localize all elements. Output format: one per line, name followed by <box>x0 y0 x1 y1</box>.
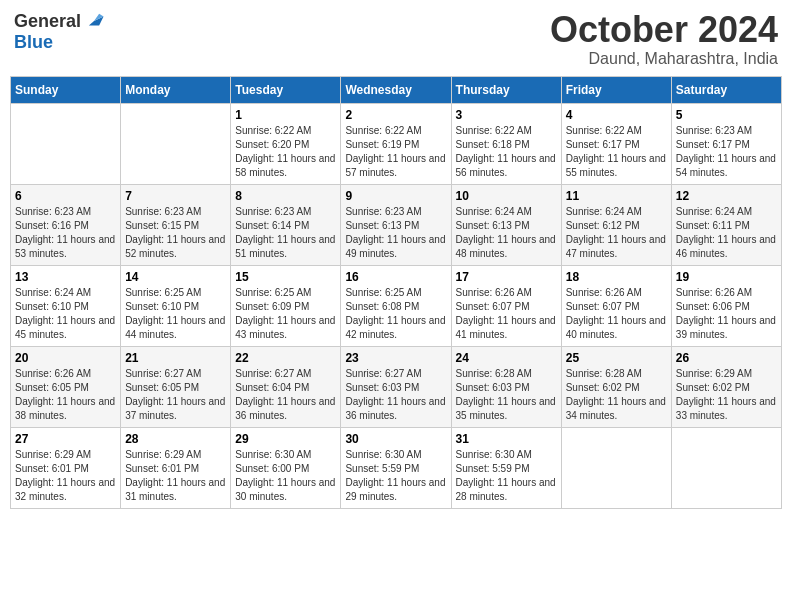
calendar-cell: 3Sunrise: 6:22 AMSunset: 6:18 PMDaylight… <box>451 103 561 184</box>
calendar-cell: 16Sunrise: 6:25 AMSunset: 6:08 PMDayligh… <box>341 265 451 346</box>
weekday-header-wednesday: Wednesday <box>341 76 451 103</box>
week-row-2: 6Sunrise: 6:23 AMSunset: 6:16 PMDaylight… <box>11 184 782 265</box>
day-info: Sunrise: 6:30 AMSunset: 5:59 PMDaylight:… <box>345 448 446 504</box>
day-number: 21 <box>125 351 226 365</box>
day-info: Sunrise: 6:23 AMSunset: 6:15 PMDaylight:… <box>125 205 226 261</box>
calendar-cell: 25Sunrise: 6:28 AMSunset: 6:02 PMDayligh… <box>561 346 671 427</box>
logo-blue-text: Blue <box>14 32 53 52</box>
calendar-cell: 17Sunrise: 6:26 AMSunset: 6:07 PMDayligh… <box>451 265 561 346</box>
day-number: 12 <box>676 189 777 203</box>
day-number: 23 <box>345 351 446 365</box>
weekday-header-monday: Monday <box>121 76 231 103</box>
day-info: Sunrise: 6:28 AMSunset: 6:03 PMDaylight:… <box>456 367 557 423</box>
day-info: Sunrise: 6:29 AMSunset: 6:02 PMDaylight:… <box>676 367 777 423</box>
day-number: 9 <box>345 189 446 203</box>
calendar-cell <box>11 103 121 184</box>
day-number: 1 <box>235 108 336 122</box>
day-info: Sunrise: 6:29 AMSunset: 6:01 PMDaylight:… <box>125 448 226 504</box>
day-number: 4 <box>566 108 667 122</box>
day-info: Sunrise: 6:26 AMSunset: 6:07 PMDaylight:… <box>566 286 667 342</box>
day-number: 8 <box>235 189 336 203</box>
calendar-cell <box>671 427 781 508</box>
day-info: Sunrise: 6:25 AMSunset: 6:09 PMDaylight:… <box>235 286 336 342</box>
day-info: Sunrise: 6:22 AMSunset: 6:19 PMDaylight:… <box>345 124 446 180</box>
day-number: 10 <box>456 189 557 203</box>
day-number: 17 <box>456 270 557 284</box>
weekday-header-tuesday: Tuesday <box>231 76 341 103</box>
logo: General Blue <box>14 10 105 53</box>
day-number: 31 <box>456 432 557 446</box>
day-number: 29 <box>235 432 336 446</box>
week-row-3: 13Sunrise: 6:24 AMSunset: 6:10 PMDayligh… <box>11 265 782 346</box>
calendar-cell: 10Sunrise: 6:24 AMSunset: 6:13 PMDayligh… <box>451 184 561 265</box>
day-number: 19 <box>676 270 777 284</box>
calendar-cell: 21Sunrise: 6:27 AMSunset: 6:05 PMDayligh… <box>121 346 231 427</box>
day-number: 11 <box>566 189 667 203</box>
day-info: Sunrise: 6:23 AMSunset: 6:16 PMDaylight:… <box>15 205 116 261</box>
title-section: October 2024 Daund, Maharashtra, India <box>550 10 778 68</box>
day-number: 13 <box>15 270 116 284</box>
day-info: Sunrise: 6:22 AMSunset: 6:18 PMDaylight:… <box>456 124 557 180</box>
weekday-header-saturday: Saturday <box>671 76 781 103</box>
day-number: 20 <box>15 351 116 365</box>
calendar-cell: 18Sunrise: 6:26 AMSunset: 6:07 PMDayligh… <box>561 265 671 346</box>
day-info: Sunrise: 6:25 AMSunset: 6:08 PMDaylight:… <box>345 286 446 342</box>
day-number: 7 <box>125 189 226 203</box>
calendar-cell: 23Sunrise: 6:27 AMSunset: 6:03 PMDayligh… <box>341 346 451 427</box>
day-number: 26 <box>676 351 777 365</box>
month-year-title: October 2024 <box>550 10 778 50</box>
week-row-1: 1Sunrise: 6:22 AMSunset: 6:20 PMDaylight… <box>11 103 782 184</box>
day-number: 6 <box>15 189 116 203</box>
day-info: Sunrise: 6:22 AMSunset: 6:17 PMDaylight:… <box>566 124 667 180</box>
day-number: 2 <box>345 108 446 122</box>
day-number: 25 <box>566 351 667 365</box>
day-info: Sunrise: 6:24 AMSunset: 6:11 PMDaylight:… <box>676 205 777 261</box>
logo-general-text: General <box>14 11 81 32</box>
calendar-cell: 31Sunrise: 6:30 AMSunset: 5:59 PMDayligh… <box>451 427 561 508</box>
day-info: Sunrise: 6:29 AMSunset: 6:01 PMDaylight:… <box>15 448 116 504</box>
calendar-cell: 12Sunrise: 6:24 AMSunset: 6:11 PMDayligh… <box>671 184 781 265</box>
calendar-cell: 1Sunrise: 6:22 AMSunset: 6:20 PMDaylight… <box>231 103 341 184</box>
location-title: Daund, Maharashtra, India <box>550 50 778 68</box>
day-info: Sunrise: 6:30 AMSunset: 5:59 PMDaylight:… <box>456 448 557 504</box>
day-number: 30 <box>345 432 446 446</box>
calendar-cell: 7Sunrise: 6:23 AMSunset: 6:15 PMDaylight… <box>121 184 231 265</box>
calendar-cell: 9Sunrise: 6:23 AMSunset: 6:13 PMDaylight… <box>341 184 451 265</box>
weekday-header-row: SundayMondayTuesdayWednesdayThursdayFrid… <box>11 76 782 103</box>
calendar: SundayMondayTuesdayWednesdayThursdayFrid… <box>10 76 782 509</box>
day-number: 16 <box>345 270 446 284</box>
calendar-cell: 29Sunrise: 6:30 AMSunset: 6:00 PMDayligh… <box>231 427 341 508</box>
weekday-header-thursday: Thursday <box>451 76 561 103</box>
calendar-cell: 8Sunrise: 6:23 AMSunset: 6:14 PMDaylight… <box>231 184 341 265</box>
calendar-cell: 26Sunrise: 6:29 AMSunset: 6:02 PMDayligh… <box>671 346 781 427</box>
calendar-cell: 13Sunrise: 6:24 AMSunset: 6:10 PMDayligh… <box>11 265 121 346</box>
calendar-cell: 4Sunrise: 6:22 AMSunset: 6:17 PMDaylight… <box>561 103 671 184</box>
header: General Blue October 2024 Daund, Maharas… <box>10 10 782 68</box>
day-info: Sunrise: 6:26 AMSunset: 6:06 PMDaylight:… <box>676 286 777 342</box>
weekday-header-sunday: Sunday <box>11 76 121 103</box>
calendar-cell: 11Sunrise: 6:24 AMSunset: 6:12 PMDayligh… <box>561 184 671 265</box>
logo-icon <box>83 10 105 32</box>
week-row-4: 20Sunrise: 6:26 AMSunset: 6:05 PMDayligh… <box>11 346 782 427</box>
day-info: Sunrise: 6:24 AMSunset: 6:13 PMDaylight:… <box>456 205 557 261</box>
day-number: 3 <box>456 108 557 122</box>
day-info: Sunrise: 6:30 AMSunset: 6:00 PMDaylight:… <box>235 448 336 504</box>
day-number: 15 <box>235 270 336 284</box>
day-info: Sunrise: 6:26 AMSunset: 6:07 PMDaylight:… <box>456 286 557 342</box>
day-info: Sunrise: 6:28 AMSunset: 6:02 PMDaylight:… <box>566 367 667 423</box>
day-info: Sunrise: 6:27 AMSunset: 6:04 PMDaylight:… <box>235 367 336 423</box>
calendar-cell: 6Sunrise: 6:23 AMSunset: 6:16 PMDaylight… <box>11 184 121 265</box>
calendar-cell: 5Sunrise: 6:23 AMSunset: 6:17 PMDaylight… <box>671 103 781 184</box>
calendar-cell: 19Sunrise: 6:26 AMSunset: 6:06 PMDayligh… <box>671 265 781 346</box>
day-number: 14 <box>125 270 226 284</box>
day-info: Sunrise: 6:27 AMSunset: 6:05 PMDaylight:… <box>125 367 226 423</box>
day-number: 22 <box>235 351 336 365</box>
day-number: 28 <box>125 432 226 446</box>
day-info: Sunrise: 6:24 AMSunset: 6:10 PMDaylight:… <box>15 286 116 342</box>
day-number: 27 <box>15 432 116 446</box>
calendar-cell: 22Sunrise: 6:27 AMSunset: 6:04 PMDayligh… <box>231 346 341 427</box>
weekday-header-friday: Friday <box>561 76 671 103</box>
calendar-cell: 30Sunrise: 6:30 AMSunset: 5:59 PMDayligh… <box>341 427 451 508</box>
day-info: Sunrise: 6:27 AMSunset: 6:03 PMDaylight:… <box>345 367 446 423</box>
day-info: Sunrise: 6:24 AMSunset: 6:12 PMDaylight:… <box>566 205 667 261</box>
